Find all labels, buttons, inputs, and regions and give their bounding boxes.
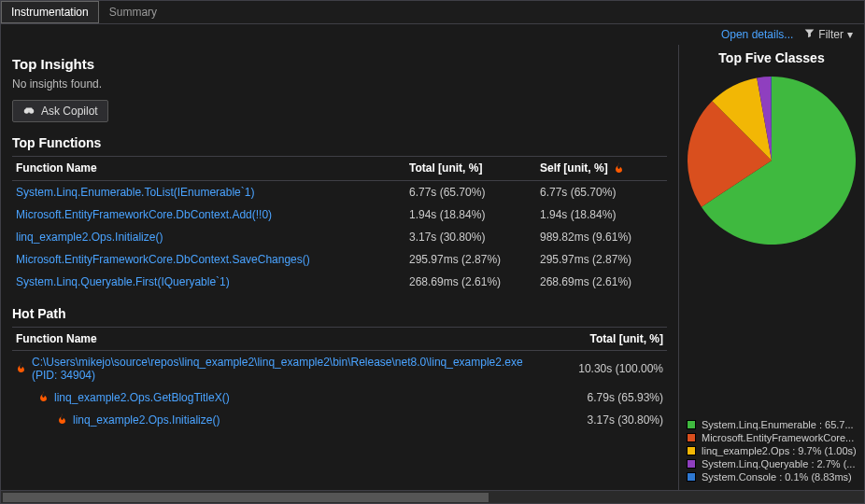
toolbar: Open details... Filter ▾ <box>1 24 864 45</box>
col-function-name[interactable]: Function Name <box>12 157 405 181</box>
total-cell: 3.17s (30.80%) <box>555 409 667 431</box>
self-cell: 6.77s (65.70%) <box>536 180 667 203</box>
function-link[interactable]: Microsoft.EntityFrameworkCore.DbContext.… <box>12 248 405 271</box>
table-row[interactable]: System.Linq.Enumerable.ToList(IEnumerabl… <box>12 180 667 203</box>
legend-swatch <box>687 446 696 455</box>
table-row[interactable]: linq_example2.Ops.Initialize()3.17s (30.… <box>12 226 667 248</box>
hot-path-cell: C:\Users\mikejo\source\repos\linq_exampl… <box>12 350 555 386</box>
hot-path-title: Hot Path <box>12 306 667 321</box>
total-cell: 3.17s (30.80%) <box>405 226 536 248</box>
total-cell: 6.77s (65.70%) <box>405 180 536 203</box>
total-cell: 295.97ms (2.87%) <box>405 248 536 271</box>
chevron-down-icon: ▾ <box>847 28 853 41</box>
legend-item[interactable]: System.Linq.Queryable : 2.7% (... <box>687 458 857 469</box>
function-link[interactable]: linq_example2.Ops.Initialize() <box>73 413 220 427</box>
table-row[interactable]: linq_example2.Ops.GetBlogTitleX()6.79s (… <box>12 386 667 409</box>
top-functions-title: Top Functions <box>12 135 667 150</box>
legend-label: System.Linq.Queryable : 2.7% (... <box>702 458 855 469</box>
legend-label: linq_example2.Ops : 9.7% (1.00s) <box>702 445 857 456</box>
table-row[interactable]: Microsoft.EntityFrameworkCore.DbContext.… <box>12 203 667 226</box>
function-link[interactable]: linq_example2.Ops.Initialize() <box>12 226 405 248</box>
legend-swatch <box>687 420 696 429</box>
insights-message: No insights found. <box>12 77 667 91</box>
legend-item[interactable]: Microsoft.EntityFrameworkCore... <box>687 432 857 443</box>
flame-icon <box>614 162 624 175</box>
flame-icon <box>57 413 67 427</box>
self-cell: 1.94s (18.84%) <box>536 203 667 226</box>
legend-swatch <box>687 433 696 442</box>
legend-label: Microsoft.EntityFrameworkCore... <box>702 432 854 443</box>
chart-panel: Top Five Classes System.Linq.Enumerable … <box>679 45 864 490</box>
pie-chart <box>688 77 856 245</box>
tab-instrumentation[interactable]: Instrumentation <box>1 1 99 23</box>
svg-rect-2 <box>26 108 33 111</box>
flame-icon <box>16 362 26 375</box>
function-link[interactable]: System.Linq.Enumerable.ToList(IEnumerabl… <box>12 180 405 203</box>
function-link[interactable]: System.Linq.Queryable.First(IQueryable`1… <box>12 271 405 293</box>
flame-icon <box>38 391 49 404</box>
copilot-icon <box>22 105 35 118</box>
legend-item[interactable]: System.Console : 0.1% (8.83ms) <box>687 471 857 483</box>
horizontal-scrollbar[interactable] <box>1 490 864 503</box>
ask-copilot-label: Ask Copilot <box>41 105 98 118</box>
hp-col-total[interactable]: Total [unit, %] <box>555 327 667 350</box>
legend-swatch <box>687 472 696 482</box>
total-cell: 10.30s (100.00% <box>555 350 667 386</box>
function-link[interactable]: C:\Users\mikejo\source\repos\linq_exampl… <box>32 356 551 382</box>
function-link[interactable]: Microsoft.EntityFrameworkCore.DbContext.… <box>12 203 405 226</box>
legend-label: System.Linq.Enumerable : 65.7... <box>702 419 854 430</box>
total-cell: 268.69ms (2.61%) <box>405 271 536 293</box>
hot-path-cell: linq_example2.Ops.GetBlogTitleX() <box>12 386 555 409</box>
self-cell: 989.82ms (9.61%) <box>536 226 667 248</box>
filter-icon <box>804 28 815 41</box>
hot-path-section: Hot Path Function Name Total [unit, %] C… <box>12 306 667 431</box>
self-cell: 268.69ms (2.61%) <box>536 271 667 293</box>
filter-label: Filter <box>818 28 844 41</box>
legend-label: System.Console : 0.1% (8.83ms) <box>702 471 852 483</box>
top-functions-section: Top Functions Function Name Total [unit,… <box>12 135 667 293</box>
total-cell: 6.79s (65.93%) <box>555 386 667 409</box>
self-cell: 295.97ms (2.87%) <box>536 248 667 271</box>
top-functions-table: Function Name Total [unit, %] Self [unit… <box>12 156 667 293</box>
legend-item[interactable]: System.Linq.Enumerable : 65.7... <box>687 419 857 430</box>
col-total[interactable]: Total [unit, %] <box>405 157 536 181</box>
legend-item[interactable]: linq_example2.Ops : 9.7% (1.00s) <box>687 445 857 456</box>
col-self[interactable]: Self [unit, %] <box>536 157 667 181</box>
hot-path-cell: linq_example2.Ops.Initialize() <box>12 409 555 431</box>
table-row[interactable]: C:\Users\mikejo\source\repos\linq_exampl… <box>12 350 667 386</box>
table-row[interactable]: Microsoft.EntityFrameworkCore.DbContext.… <box>12 248 667 271</box>
ask-copilot-button[interactable]: Ask Copilot <box>12 100 108 122</box>
table-row[interactable]: linq_example2.Ops.Initialize()3.17s (30.… <box>12 409 667 431</box>
filter-dropdown[interactable]: Filter ▾ <box>804 28 853 41</box>
hot-path-table: Function Name Total [unit, %] C:\Users\m… <box>12 327 667 431</box>
tab-bar: Instrumentation Summary <box>1 1 864 24</box>
scrollbar-thumb[interactable] <box>3 493 489 502</box>
top-insights-title: Top Insights <box>12 56 667 72</box>
legend-swatch <box>687 459 696 469</box>
chart-legend: System.Linq.Enumerable : 65.7...Microsof… <box>687 417 857 484</box>
total-cell: 1.94s (18.84%) <box>405 203 536 226</box>
chart-title: Top Five Classes <box>687 50 857 65</box>
open-details-link[interactable]: Open details... <box>721 28 793 41</box>
function-link[interactable]: linq_example2.Ops.GetBlogTitleX() <box>54 391 230 404</box>
tab-summary[interactable]: Summary <box>99 1 167 23</box>
table-row[interactable]: System.Linq.Queryable.First(IQueryable`1… <box>12 271 667 293</box>
hp-col-name[interactable]: Function Name <box>12 327 555 350</box>
